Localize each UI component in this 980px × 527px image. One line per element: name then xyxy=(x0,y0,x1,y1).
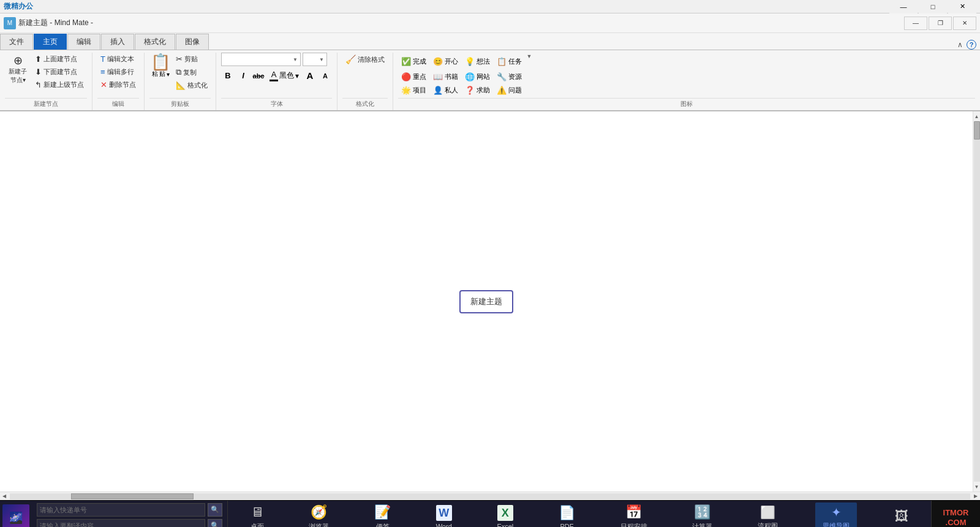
h-scroll-track[interactable] xyxy=(10,493,970,499)
add-above-button[interactable]: ⬆ 上面建节点 xyxy=(32,53,87,65)
new-child-node-button[interactable]: ⊕ 新建子 节点▾ xyxy=(5,53,31,87)
delete-node-button[interactable]: ✕ 删除节点 xyxy=(97,78,139,91)
problem-icon: ⚠️ xyxy=(497,86,507,95)
edit-multiline-button[interactable]: ≡ 编辑多行 xyxy=(97,65,139,78)
icon-project[interactable]: 🌟 项目 xyxy=(398,84,429,97)
flowchart-label: 流程图 xyxy=(758,521,778,528)
taskbar-mindmap[interactable]: ✦ 思维导图 xyxy=(815,503,857,528)
mindmap-label: 思维导图 xyxy=(823,521,850,528)
font-color-arrow: ▾ xyxy=(295,72,299,80)
express-search-button[interactable]: 🔍 xyxy=(208,503,222,517)
idea-icon: 💡 xyxy=(465,57,475,66)
taskbar-word[interactable]: W Word xyxy=(429,503,459,527)
horizontal-scrollbar[interactable]: ◀ ▶ xyxy=(0,491,980,500)
copy-icon: ⧉ xyxy=(176,67,181,77)
tab-insert[interactable]: 插入 xyxy=(101,34,134,50)
cut-copy-col: ✂ 剪贴 ⧉ 复制 📐 格式化 xyxy=(173,53,211,92)
new-child-node-label2: 节点▾ xyxy=(10,76,26,84)
cut-button[interactable]: ✂ 剪贴 xyxy=(173,53,211,65)
icon-happy[interactable]: 😊 开心 xyxy=(430,53,461,70)
paste-label-row: 粘 贴 ▾ xyxy=(152,70,170,78)
taskbar-flowchart[interactable]: ⬜ 流程图 xyxy=(750,503,785,528)
central-node[interactable]: 新建主题 xyxy=(459,290,513,313)
add-below-button[interactable]: ⬇ 下面建节点 xyxy=(32,65,87,78)
font-name-select[interactable]: ▼ xyxy=(221,53,301,66)
translate-input[interactable] xyxy=(37,519,205,528)
italic-button[interactable]: I xyxy=(236,69,250,83)
taskbar-image[interactable]: 🖼 xyxy=(888,506,916,527)
paste-icon: 📋 xyxy=(151,54,170,70)
paste-large-btn[interactable]: 📋 粘 贴 ▾ xyxy=(149,53,172,80)
clear-format-icon: 🧹 xyxy=(345,54,356,64)
vertical-scrollbar[interactable]: ▲ ▼ xyxy=(973,111,980,491)
clipboard-group-label: 剪贴板 xyxy=(149,98,211,110)
taskbar-avatar[interactable]: 🌌 xyxy=(2,504,29,528)
format-paste-button[interactable]: 📐 格式化 xyxy=(173,79,211,92)
icon-task[interactable]: 📋 任务 xyxy=(494,53,525,70)
copy-button[interactable]: ⧉ 复制 xyxy=(173,65,211,79)
bold-button[interactable]: B xyxy=(221,69,235,83)
app-win-controls[interactable]: — ❐ ✕ xyxy=(904,17,976,30)
tab-image[interactable]: 图像 xyxy=(176,34,209,50)
scroll-thumb[interactable] xyxy=(974,121,980,140)
taskbar-schedule[interactable]: 📅 日程安排 xyxy=(613,502,655,528)
scroll-right-arrow[interactable]: ▶ xyxy=(971,492,980,501)
icon-group-expand[interactable]: ▼ xyxy=(526,53,533,60)
font-color-label: 黑色 xyxy=(279,70,294,81)
icon-idea[interactable]: 💡 想法 xyxy=(462,53,493,70)
taskbar-browser[interactable]: 🧭 浏览器 xyxy=(301,502,336,528)
taskbar-sticky[interactable]: 📝 便签 xyxy=(367,502,398,528)
icon-private[interactable]: 👤 私人 xyxy=(430,84,461,97)
help-icon[interactable]: ? xyxy=(967,40,976,50)
translate-search-button[interactable]: 🔍 xyxy=(208,519,222,528)
canvas-container: 新建主题 ▲ ▼ xyxy=(0,111,980,491)
taskbar-calculator[interactable]: 🔢 计算器 xyxy=(685,502,720,528)
icon-resource[interactable]: 🔧 资源 xyxy=(494,70,525,83)
web-icon: 🌐 xyxy=(465,72,475,81)
font-size-select[interactable]: ▼ xyxy=(303,53,327,66)
maximize-button[interactable]: □ xyxy=(919,0,947,13)
taskbar-excel[interactable]: X Excel xyxy=(489,503,521,527)
scroll-track[interactable] xyxy=(974,121,980,482)
h-scroll-thumb[interactable] xyxy=(71,493,194,499)
pdf-icon: 📄 xyxy=(559,505,575,521)
clear-format-button[interactable]: 🧹 清除格式 xyxy=(342,53,388,66)
title-bar-controls[interactable]: — □ ✕ xyxy=(889,0,976,13)
icon-problem[interactable]: ⚠️ 问题 xyxy=(494,84,525,97)
close-button[interactable]: ✕ xyxy=(948,0,976,13)
scroll-down-arrow[interactable]: ▼ xyxy=(973,482,981,491)
express-input[interactable] xyxy=(37,503,205,517)
scroll-left-arrow[interactable]: ◀ xyxy=(0,492,9,501)
scroll-up-arrow[interactable]: ▲ xyxy=(973,111,981,121)
project-icon: 🌟 xyxy=(401,86,411,95)
font-color-a: A xyxy=(271,70,277,79)
canvas-area[interactable]: 新建主题 xyxy=(0,111,973,491)
icon-complete[interactable]: ✅ 完成 xyxy=(398,53,429,70)
flowchart-icon: ⬜ xyxy=(760,505,775,520)
icon-book[interactable]: 📖 书籍 xyxy=(430,70,461,83)
tab-edit[interactable]: 编辑 xyxy=(67,34,100,50)
font-shrink-button[interactable]: A xyxy=(318,69,332,83)
app-close-button[interactable]: ✕ xyxy=(953,17,976,30)
taskbar-pdf[interactable]: 📄 PDF xyxy=(551,503,582,527)
icon-web[interactable]: 🌐 网站 xyxy=(462,70,493,83)
strikethrough-button[interactable]: abc xyxy=(252,69,265,83)
tab-format[interactable]: 格式化 xyxy=(135,34,175,50)
taskbar-left: 🔍 🔍 xyxy=(32,501,228,528)
tab-file[interactable]: 文件 xyxy=(0,34,33,50)
icon-help[interactable]: ❓ 求助 xyxy=(462,84,493,97)
collapse-icon[interactable]: ∧ xyxy=(957,40,963,49)
app-restore-button[interactable]: ❐ xyxy=(929,17,952,30)
ribbon-group-content-clipboard: 📋 粘 贴 ▾ ✂ 剪贴 ⧉ 复制 xyxy=(149,53,211,97)
tab-home[interactable]: 主页 xyxy=(34,34,67,50)
icon-key[interactable]: 🔴 重点 xyxy=(398,70,429,83)
taskbar-desktop[interactable]: 🖥 桌面 xyxy=(243,502,271,528)
font-color-button[interactable]: A 黑色 ▾ xyxy=(267,69,301,83)
book-icon: 📖 xyxy=(433,72,443,81)
excel-icon: X xyxy=(497,505,513,521)
add-parent-button[interactable]: ↰ 新建上级节点 xyxy=(32,78,87,91)
font-grow-button[interactable]: A xyxy=(303,69,317,83)
app-minimize-button[interactable]: — xyxy=(904,17,927,30)
minimize-button[interactable]: — xyxy=(889,0,918,13)
edit-text-button[interactable]: T 编辑文本 xyxy=(97,53,139,65)
